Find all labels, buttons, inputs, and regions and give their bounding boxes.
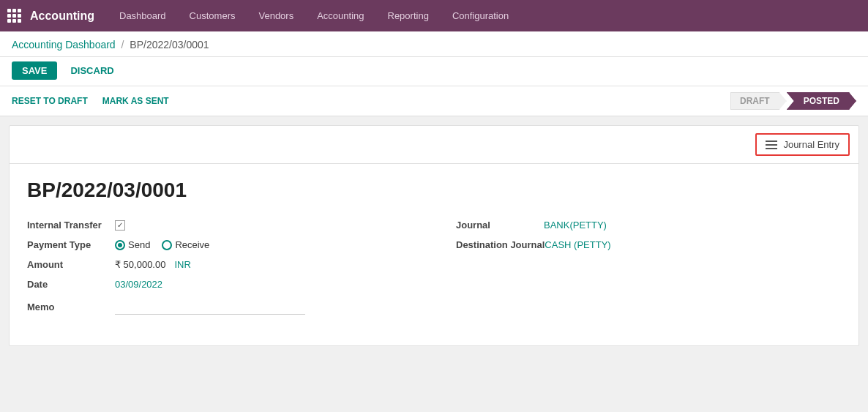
discard-button[interactable]: DISCARD bbox=[64, 61, 119, 80]
payment-type-receive-label: Receive bbox=[175, 239, 209, 250]
journal-entry-bar: Journal Entry bbox=[10, 126, 858, 164]
mark-as-sent-button[interactable]: MARK AS SENT bbox=[102, 96, 169, 106]
payment-type-send[interactable]: Send bbox=[115, 239, 150, 250]
top-navigation: Accounting Dashboard Customers Vendors A… bbox=[0, 0, 868, 31]
memo-input[interactable] bbox=[115, 300, 305, 315]
nav-item-accounting[interactable]: Accounting bbox=[307, 6, 374, 26]
date-value[interactable]: 03/09/2022 bbox=[115, 279, 162, 290]
form-right: Journal BANK(PETTY) Destination Journal … bbox=[456, 220, 841, 323]
payment-type-label: Payment Type bbox=[27, 239, 115, 250]
form-card: Journal Entry BP/2022/03/0001 Internal T… bbox=[9, 125, 859, 346]
memo-row: Memo bbox=[27, 299, 412, 315]
destination-journal-label: Destination Journal bbox=[456, 239, 545, 250]
destination-journal-row: Destination Journal CASH (PETTY) bbox=[456, 239, 841, 250]
status-step-draft[interactable]: DRAFT bbox=[730, 92, 787, 110]
grid-icon bbox=[7, 9, 21, 23]
date-label: Date bbox=[27, 279, 115, 290]
status-step-posted[interactable]: POSTED bbox=[787, 92, 856, 110]
radio-receive-icon bbox=[162, 240, 172, 250]
save-button[interactable]: SAVE bbox=[12, 61, 57, 80]
payment-type-receive[interactable]: Receive bbox=[162, 239, 209, 250]
payment-type-row: Payment Type Send Receive bbox=[27, 239, 412, 250]
currency-badge[interactable]: INR bbox=[174, 259, 190, 270]
journal-label: Journal bbox=[456, 220, 544, 231]
action-bar: SAVE DISCARD bbox=[0, 57, 868, 86]
form-fields: Internal Transfer ✓ Payment Type Send bbox=[27, 220, 841, 323]
breadcrumb-bar: Accounting Dashboard / BP/2022/03/0001 bbox=[0, 31, 868, 57]
breadcrumb-separator: / bbox=[121, 39, 124, 50]
payment-type-group: Send Receive bbox=[115, 239, 209, 250]
status-bar: RESET TO DRAFT MARK AS SENT DRAFT POSTED bbox=[0, 86, 868, 116]
amount-label: Amount bbox=[27, 259, 115, 270]
amount-value[interactable]: ₹ 50,000.00 bbox=[115, 259, 165, 270]
date-row: Date 03/09/2022 bbox=[27, 279, 412, 290]
nav-item-dashboard[interactable]: Dashboard bbox=[109, 6, 176, 26]
internal-transfer-checkbox[interactable]: ✓ bbox=[115, 220, 125, 231]
nav-item-reporting[interactable]: Reporting bbox=[378, 6, 439, 26]
journal-value[interactable]: BANK(PETTY) bbox=[544, 220, 607, 231]
form-body: BP/2022/03/0001 Internal Transfer ✓ Paym… bbox=[10, 164, 858, 345]
destination-journal-value[interactable]: CASH (PETTY) bbox=[545, 239, 610, 250]
main-content: Journal Entry BP/2022/03/0001 Internal T… bbox=[0, 116, 868, 355]
payment-type-send-label: Send bbox=[128, 239, 150, 250]
nav-item-customers[interactable]: Customers bbox=[179, 6, 246, 26]
amount-value-group: ₹ 50,000.00 INR bbox=[115, 259, 191, 270]
hamburger-icon bbox=[766, 141, 777, 149]
breadcrumb: Accounting Dashboard / BP/2022/03/0001 bbox=[12, 39, 209, 50]
nav-item-configuration[interactable]: Configuration bbox=[442, 6, 519, 26]
nav-menu: Dashboard Customers Vendors Accounting R… bbox=[109, 6, 519, 26]
radio-send-icon bbox=[115, 240, 125, 250]
breadcrumb-parent[interactable]: Accounting Dashboard bbox=[12, 39, 116, 50]
journal-entry-button[interactable]: Journal Entry bbox=[755, 133, 850, 156]
breadcrumb-current: BP/2022/03/0001 bbox=[130, 39, 209, 50]
internal-transfer-row: Internal Transfer ✓ bbox=[27, 220, 412, 231]
internal-transfer-label: Internal Transfer bbox=[27, 220, 115, 231]
form-title: BP/2022/03/0001 bbox=[27, 179, 841, 202]
nav-item-vendors[interactable]: Vendors bbox=[248, 6, 304, 26]
memo-label: Memo bbox=[27, 301, 115, 312]
journal-row: Journal BANK(PETTY) bbox=[456, 220, 841, 231]
reset-to-draft-button[interactable]: RESET TO DRAFT bbox=[12, 96, 88, 106]
amount-row: Amount ₹ 50,000.00 INR bbox=[27, 259, 412, 270]
status-actions: RESET TO DRAFT MARK AS SENT bbox=[12, 96, 169, 106]
app-title: Accounting bbox=[30, 10, 94, 23]
form-left: Internal Transfer ✓ Payment Type Send bbox=[27, 220, 412, 323]
status-pipeline: DRAFT POSTED bbox=[730, 92, 856, 110]
app-logo[interactable]: Accounting bbox=[7, 9, 94, 23]
journal-entry-label: Journal Entry bbox=[783, 139, 839, 150]
